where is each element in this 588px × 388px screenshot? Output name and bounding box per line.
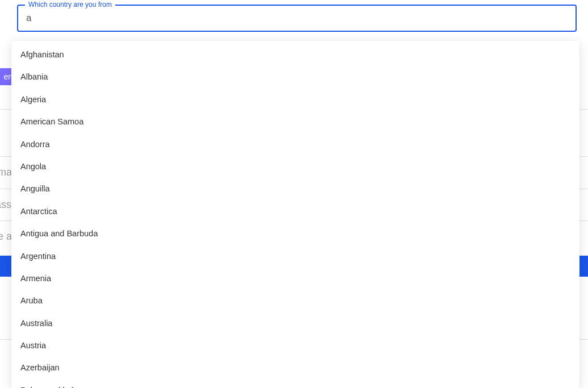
bg-hint-text: ma	[0, 166, 12, 178]
country-option[interactable]: Antigua and Barbuda	[11, 223, 579, 244]
bg-hint-text: e a	[0, 231, 12, 243]
bg-blue-bar-left	[0, 256, 11, 277]
field-label: Which country are you from	[25, 1, 115, 9]
country-option[interactable]: Andorra	[11, 134, 579, 155]
country-option[interactable]: American Samoa	[11, 111, 579, 132]
bg-hint-text: ass	[0, 199, 11, 211]
country-option[interactable]: Austria	[11, 335, 579, 356]
country-option[interactable]: Antarctica	[11, 201, 579, 222]
field-outline: Which country are you from	[17, 5, 577, 32]
country-option[interactable]: Azerbaijan	[11, 357, 579, 378]
country-option[interactable]: Armenia	[11, 268, 579, 289]
country-option[interactable]: Aruba	[11, 290, 579, 311]
country-option[interactable]: Argentina	[11, 246, 579, 267]
country-option[interactable]: Australia	[11, 313, 579, 334]
country-input[interactable]	[26, 12, 568, 24]
country-option[interactable]: Albania	[11, 66, 579, 87]
country-option[interactable]: Angola	[11, 156, 579, 177]
country-option[interactable]: Afghanistan	[11, 44, 579, 65]
country-autocomplete[interactable]: Which country are you from	[17, 5, 577, 32]
country-option[interactable]: Bahamas (the)	[11, 380, 579, 388]
country-option[interactable]: Anguilla	[11, 178, 579, 199]
country-dropdown[interactable]: AfghanistanAlbaniaAlgeriaAmerican SamoaA…	[11, 41, 579, 388]
country-option[interactable]: Algeria	[11, 89, 579, 110]
